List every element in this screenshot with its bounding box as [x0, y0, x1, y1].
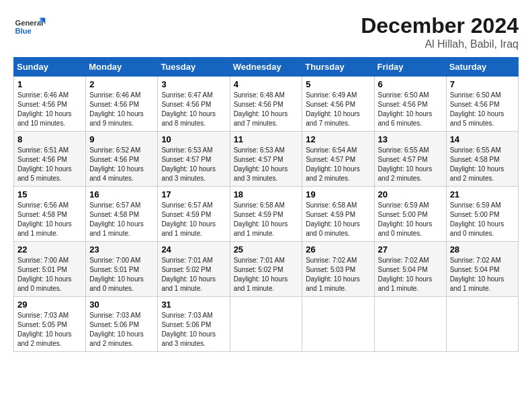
day-info: Sunrise: 6:55 AMSunset: 4:58 PMDaylight:…	[450, 146, 504, 182]
calendar-cell: 29 Sunrise: 7:03 AMSunset: 5:05 PMDaylig…	[14, 297, 86, 352]
week-row-3: 15 Sunrise: 6:56 AMSunset: 4:58 PMDaylig…	[14, 187, 519, 242]
calendar-cell: 8 Sunrise: 6:51 AMSunset: 4:56 PMDayligh…	[14, 132, 86, 187]
day-info: Sunrise: 6:50 AMSunset: 4:56 PMDaylight:…	[378, 91, 433, 127]
week-row-2: 8 Sunrise: 6:51 AMSunset: 4:56 PMDayligh…	[14, 132, 519, 187]
day-number: 29	[17, 300, 82, 310]
day-info: Sunrise: 6:46 AMSunset: 4:56 PMDaylight:…	[17, 91, 72, 127]
calendar-cell: 11 Sunrise: 6:53 AMSunset: 4:57 PMDaylig…	[230, 132, 302, 187]
location: Al Hillah, Babil, Iraq	[361, 38, 519, 50]
day-number: 27	[378, 244, 443, 255]
day-info: Sunrise: 7:03 AMSunset: 5:05 PMDaylight:…	[17, 312, 72, 347]
day-info: Sunrise: 6:49 AMSunset: 4:56 PMDaylight:…	[306, 91, 360, 127]
day-number: 18	[234, 189, 299, 199]
day-number: 31	[161, 300, 226, 310]
day-number: 15	[17, 189, 82, 199]
month-title: December 2024	[361, 13, 519, 38]
calendar-cell: 2 Sunrise: 6:46 AMSunset: 4:56 PMDayligh…	[86, 77, 158, 132]
day-number: 21	[450, 189, 515, 199]
calendar-cell: 20 Sunrise: 6:59 AMSunset: 5:00 PMDaylig…	[374, 187, 446, 242]
day-info: Sunrise: 6:47 AMSunset: 4:56 PMDaylight:…	[161, 91, 216, 127]
calendar-cell: 17 Sunrise: 6:57 AMSunset: 4:59 PMDaylig…	[158, 187, 230, 242]
day-number: 25	[234, 244, 299, 255]
calendar-cell: 7 Sunrise: 6:50 AMSunset: 4:56 PMDayligh…	[446, 77, 518, 132]
calendar-cell: 28 Sunrise: 7:02 AMSunset: 5:04 PMDaylig…	[446, 242, 518, 297]
col-wednesday: Wednesday	[230, 58, 302, 77]
calendar-cell: 22 Sunrise: 7:00 AMSunset: 5:01 PMDaylig…	[14, 242, 86, 297]
week-row-1: 1 Sunrise: 6:46 AMSunset: 4:56 PMDayligh…	[14, 77, 519, 132]
calendar-cell: 21 Sunrise: 6:59 AMSunset: 5:00 PMDaylig…	[446, 187, 518, 242]
day-number: 4	[234, 79, 299, 89]
header-row: Sunday Monday Tuesday Wednesday Thursday…	[14, 58, 519, 77]
calendar-cell: 18 Sunrise: 6:58 AMSunset: 4:59 PMDaylig…	[230, 187, 302, 242]
week-row-5: 29 Sunrise: 7:03 AMSunset: 5:05 PMDaylig…	[14, 297, 519, 352]
day-number: 5	[306, 79, 370, 89]
calendar-cell: 25 Sunrise: 7:01 AMSunset: 5:02 PMDaylig…	[230, 242, 302, 297]
calendar-table: Sunday Monday Tuesday Wednesday Thursday…	[13, 57, 519, 352]
day-number: 7	[450, 79, 515, 89]
calendar-cell: 31 Sunrise: 7:03 AMSunset: 5:06 PMDaylig…	[158, 297, 230, 352]
day-number: 22	[17, 244, 82, 255]
day-info: Sunrise: 6:55 AMSunset: 4:57 PMDaylight:…	[378, 146, 433, 182]
calendar-cell: 4 Sunrise: 6:48 AMSunset: 4:56 PMDayligh…	[230, 77, 302, 132]
calendar-cell: 27 Sunrise: 7:02 AMSunset: 5:04 PMDaylig…	[374, 242, 446, 297]
calendar-cell: 14 Sunrise: 6:55 AMSunset: 4:58 PMDaylig…	[446, 132, 518, 187]
calendar-cell	[374, 297, 446, 352]
day-number: 1	[17, 79, 82, 89]
calendar-cell: 24 Sunrise: 7:01 AMSunset: 5:02 PMDaylig…	[158, 242, 230, 297]
day-info: Sunrise: 6:46 AMSunset: 4:56 PMDaylight:…	[89, 91, 144, 127]
day-number: 13	[378, 134, 443, 144]
day-number: 30	[89, 300, 154, 310]
day-number: 6	[378, 79, 443, 89]
calendar-cell: 6 Sunrise: 6:50 AMSunset: 4:56 PMDayligh…	[374, 77, 446, 132]
day-info: Sunrise: 6:57 AMSunset: 4:59 PMDaylight:…	[161, 201, 216, 237]
day-number: 10	[161, 134, 226, 144]
calendar-cell: 1 Sunrise: 6:46 AMSunset: 4:56 PMDayligh…	[14, 77, 86, 132]
day-info: Sunrise: 7:02 AMSunset: 5:03 PMDaylight:…	[306, 257, 360, 292]
day-number: 11	[234, 134, 299, 144]
calendar-cell: 12 Sunrise: 6:54 AMSunset: 4:57 PMDaylig…	[302, 132, 374, 187]
calendar-cell	[230, 297, 302, 352]
calendar-cell: 13 Sunrise: 6:55 AMSunset: 4:57 PMDaylig…	[374, 132, 446, 187]
day-info: Sunrise: 6:59 AMSunset: 5:00 PMDaylight:…	[450, 201, 504, 237]
day-info: Sunrise: 6:48 AMSunset: 4:56 PMDaylight:…	[234, 91, 288, 127]
col-friday: Friday	[374, 58, 446, 77]
calendar-cell: 26 Sunrise: 7:02 AMSunset: 5:03 PMDaylig…	[302, 242, 374, 297]
calendar-cell	[302, 297, 374, 352]
calendar-cell: 16 Sunrise: 6:57 AMSunset: 4:58 PMDaylig…	[86, 187, 158, 242]
day-info: Sunrise: 6:50 AMSunset: 4:56 PMDaylight:…	[450, 91, 504, 127]
day-info: Sunrise: 6:56 AMSunset: 4:58 PMDaylight:…	[17, 201, 72, 237]
calendar-cell	[446, 297, 518, 352]
logo: General Blue	[13, 13, 50, 40]
col-thursday: Thursday	[302, 58, 374, 77]
day-info: Sunrise: 7:02 AMSunset: 5:04 PMDaylight:…	[450, 257, 504, 292]
day-number: 17	[161, 189, 226, 199]
day-number: 20	[378, 189, 443, 199]
col-sunday: Sunday	[14, 58, 86, 77]
day-number: 12	[306, 134, 370, 144]
day-info: Sunrise: 6:52 AMSunset: 4:56 PMDaylight:…	[89, 146, 144, 182]
day-info: Sunrise: 7:03 AMSunset: 5:06 PMDaylight:…	[161, 312, 216, 347]
col-saturday: Saturday	[446, 58, 518, 77]
day-number: 8	[17, 134, 82, 144]
day-number: 24	[161, 244, 226, 255]
day-info: Sunrise: 7:01 AMSunset: 5:02 PMDaylight:…	[234, 257, 288, 292]
day-info: Sunrise: 7:00 AMSunset: 5:01 PMDaylight:…	[89, 257, 144, 292]
day-info: Sunrise: 6:51 AMSunset: 4:56 PMDaylight:…	[17, 146, 72, 182]
day-number: 28	[450, 244, 515, 255]
day-number: 9	[89, 134, 154, 144]
day-info: Sunrise: 6:53 AMSunset: 4:57 PMDaylight:…	[234, 146, 288, 182]
day-number: 16	[89, 189, 154, 199]
calendar-cell: 30 Sunrise: 7:03 AMSunset: 5:06 PMDaylig…	[86, 297, 158, 352]
day-number: 3	[161, 79, 226, 89]
day-info: Sunrise: 7:00 AMSunset: 5:01 PMDaylight:…	[17, 257, 72, 292]
day-number: 14	[450, 134, 515, 144]
day-info: Sunrise: 6:58 AMSunset: 4:59 PMDaylight:…	[306, 201, 360, 237]
svg-text:Blue: Blue	[15, 27, 32, 35]
calendar-cell: 15 Sunrise: 6:56 AMSunset: 4:58 PMDaylig…	[14, 187, 86, 242]
day-number: 19	[306, 189, 370, 199]
svg-text:General: General	[15, 19, 44, 27]
day-number: 26	[306, 244, 370, 255]
calendar-cell: 23 Sunrise: 7:00 AMSunset: 5:01 PMDaylig…	[86, 242, 158, 297]
col-monday: Monday	[86, 58, 158, 77]
calendar-cell: 10 Sunrise: 6:53 AMSunset: 4:57 PMDaylig…	[158, 132, 230, 187]
